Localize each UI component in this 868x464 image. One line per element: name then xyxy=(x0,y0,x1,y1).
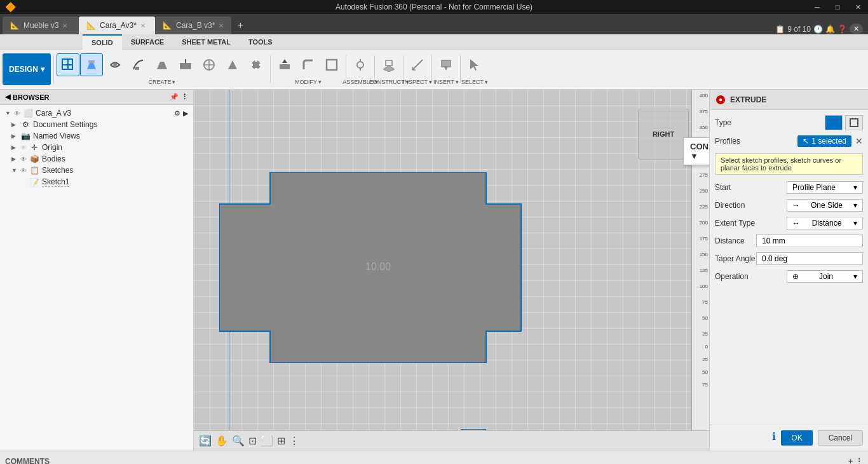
canvas-bottom-bar: 🔄 ✋ 🔍 ⊡ ⬜ ⊞ ⋮ xyxy=(194,430,709,451)
move-button[interactable] xyxy=(245,53,268,76)
tab-cara-bv3[interactable]: 📐 Cara_B v3* ✕ xyxy=(155,17,231,34)
browser-more-icon[interactable]: ⋮ xyxy=(181,93,188,101)
operation-value: Join xyxy=(819,272,833,281)
browser-item-sketches[interactable]: ▼ 👁 📋 Sketches xyxy=(0,165,193,176)
new-component-button[interactable] xyxy=(57,53,79,76)
tab-icon-b: 📐 xyxy=(163,21,172,30)
direction-icon: → xyxy=(792,201,800,210)
extrude-close-button[interactable]: ● xyxy=(716,95,725,104)
select-button[interactable] xyxy=(463,53,486,76)
tab-count: 📋 9 of 10 🕐 🔔 ❓ ✕ xyxy=(775,24,868,34)
svg-marker-16 xyxy=(255,68,257,71)
svg-rect-36 xyxy=(850,119,858,126)
construct-plane-button[interactable] xyxy=(377,53,400,76)
profiles-label: Profiles xyxy=(715,137,740,146)
sweep-button[interactable] xyxy=(127,53,150,76)
orbit-tool[interactable]: 🔄 xyxy=(199,435,212,447)
start-value: Profile Plane xyxy=(792,183,836,192)
minimize-button[interactable]: ─ xyxy=(807,0,827,14)
design-chevron: ▾ xyxy=(41,65,44,74)
visibility-eye[interactable]: 👁 xyxy=(20,144,27,151)
bodies-icon: 📦 xyxy=(29,154,39,163)
joint-button[interactable] xyxy=(349,53,372,76)
more-display-tool[interactable]: ⋮ xyxy=(289,435,299,447)
loft-button[interactable] xyxy=(151,53,173,76)
ruler-mark-275: 275 xyxy=(700,172,708,178)
inspect-group: INSPECT ▾ xyxy=(406,53,429,85)
nav-cube[interactable]: RIGHT xyxy=(638,109,689,160)
fillet-button[interactable] xyxy=(297,53,320,76)
extent-type-dropdown[interactable]: ↔ Distance ▾ xyxy=(787,217,863,229)
canvas-area[interactable]: RIGHT 400 375 350 325 300 275 250 225 20… xyxy=(194,90,709,451)
extrude-cancel-button[interactable]: Cancel xyxy=(818,430,863,446)
type-solid-button[interactable] xyxy=(825,115,843,130)
svg-marker-13 xyxy=(228,60,237,69)
visibility-eye[interactable]: 👁 xyxy=(20,156,27,163)
start-label: Start xyxy=(715,183,731,192)
browser-collapse-icon[interactable]: ◀ xyxy=(5,93,10,101)
press-pull-button[interactable] xyxy=(273,53,296,76)
tab-label-b: Cara_B v3* xyxy=(176,21,215,30)
direction-dropdown[interactable]: → One Side ▾ xyxy=(787,199,863,212)
extrude-toolbar-button[interactable] xyxy=(80,53,103,76)
browser-item-sketch1[interactable]: 📝 Sketch1 xyxy=(0,176,193,188)
operation-dropdown[interactable]: ⊕ Join ▾ xyxy=(787,270,863,283)
distance-input[interactable] xyxy=(756,235,863,247)
clear-selection-button[interactable]: ✕ xyxy=(855,136,863,146)
browser-item-doc-settings[interactable]: ▶ ⚙ Document Settings xyxy=(0,119,193,130)
user-avatar[interactable]: ✕ xyxy=(850,24,863,34)
options-icon[interactable]: ▶ xyxy=(183,109,188,118)
design-button[interactable]: DESIGN ▾ xyxy=(3,53,51,85)
item-label: Bodies xyxy=(42,154,65,163)
toolbar-tab-surface[interactable]: SURFACE xyxy=(122,34,173,50)
tab-mueble[interactable]: 📐 Mueble v3 ✕ xyxy=(3,17,79,34)
taper-input[interactable] xyxy=(756,252,863,265)
close-button[interactable]: ✕ xyxy=(848,0,868,14)
design-label: DESIGN xyxy=(9,65,38,74)
fit-screen-tool[interactable]: ⊡ xyxy=(248,435,257,447)
visibility-eye[interactable]: 👁 xyxy=(20,167,27,174)
web-button[interactable] xyxy=(198,53,220,76)
tab-close-cara-av3[interactable]: ✕ xyxy=(140,22,146,29)
tab-close-cara-bv3[interactable]: ✕ xyxy=(219,22,224,29)
display-mode-tool[interactable]: ⬜ xyxy=(261,435,273,447)
revolve-button[interactable] xyxy=(104,53,126,76)
selected-badge: ↖ 1 selected xyxy=(797,135,851,147)
rib-button[interactable] xyxy=(174,53,197,76)
start-dropdown[interactable]: Profile Plane ▾ xyxy=(787,181,863,194)
emboss-button[interactable] xyxy=(221,53,244,76)
insert-button[interactable] xyxy=(435,53,458,76)
measure-button[interactable] xyxy=(406,53,429,76)
browser-item-named-views[interactable]: ▶ 📷 Named Views xyxy=(0,130,193,142)
extrude-info-icon[interactable]: ℹ xyxy=(772,430,776,446)
grid-toggle-tool[interactable]: ⊞ xyxy=(277,435,285,447)
comments-collapse-icon[interactable]: ⋮ xyxy=(855,457,863,465)
direction-chevron: ▾ xyxy=(853,201,857,210)
tab-cara-av3[interactable]: 📐 Cara_Av3* ✕ xyxy=(79,17,155,34)
settings-icon[interactable]: ⚙ xyxy=(174,109,180,118)
toolbar-tab-solid[interactable]: SOLID xyxy=(83,34,122,50)
bell-icon[interactable]: 🔔 xyxy=(825,25,835,34)
operation-chevron: ▾ xyxy=(853,272,857,281)
pan-tool[interactable]: ✋ xyxy=(215,435,228,447)
shell-button[interactable] xyxy=(320,53,343,76)
toolbar-tab-tools[interactable]: TOOLS xyxy=(240,34,281,50)
maximize-button[interactable]: □ xyxy=(827,0,848,14)
browser-item-origin[interactable]: ▶ 👁 ✛ Origin xyxy=(0,142,193,153)
new-tab-button[interactable]: + xyxy=(231,17,249,34)
comments-add-icon[interactable]: + xyxy=(848,457,853,465)
type-surface-button[interactable] xyxy=(845,115,863,130)
toolbar-tab-sheet-metal[interactable]: SHEET METAL xyxy=(173,34,240,50)
taper-label: Taper Angle xyxy=(715,254,755,263)
browser-pin-icon[interactable]: 📌 xyxy=(170,93,179,101)
visibility-eye[interactable]: 👁 xyxy=(14,110,20,117)
browser-item-cara-a[interactable]: ▼ 👁 ⬜ Cara_A v3 ⚙ ▶ xyxy=(0,107,193,119)
extrude-ok-button[interactable]: OK xyxy=(781,430,812,446)
tab-close-mueble[interactable]: ✕ xyxy=(62,22,67,29)
modify-group: MODIFY ▾ xyxy=(273,53,343,85)
type-value xyxy=(825,115,863,130)
help-icon[interactable]: ❓ xyxy=(837,25,847,34)
zoom-tool[interactable]: 🔍 xyxy=(232,435,245,447)
svg-rect-21 xyxy=(327,60,337,70)
browser-item-bodies[interactable]: ▶ 👁 📦 Bodies xyxy=(0,153,193,165)
